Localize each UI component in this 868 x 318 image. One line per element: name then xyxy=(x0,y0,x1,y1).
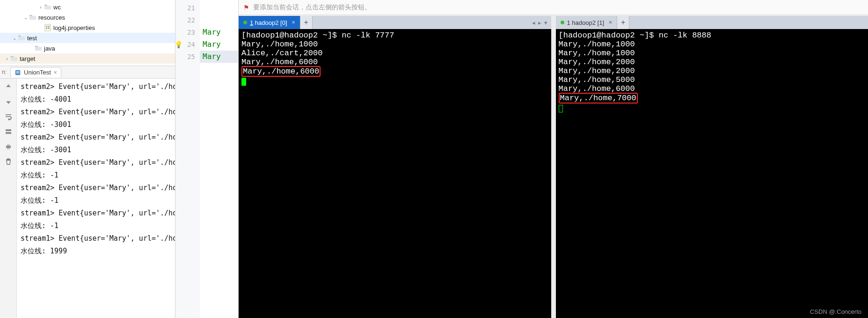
hint-bar: ⚑ 要添加当前会话，点击左侧的箭头按钮。 xyxy=(239,0,868,15)
trash-icon[interactable] xyxy=(3,156,14,167)
svg-rect-3 xyxy=(48,26,50,27)
tree-twisty-icon[interactable]: › xyxy=(37,5,44,10)
run-config-icon xyxy=(15,69,21,76)
arrow-up-icon[interactable] xyxy=(3,81,14,92)
terminal-row: 1 hadoop2 [0]×+◂▸▾[hadoop1@hadoop2 ~]$ n… xyxy=(239,15,868,318)
terminal-line-highlight: Mary,./home,7000 xyxy=(559,93,866,104)
project-tree[interactable]: ›wc⌄resourceslog4j.properties⌄testjava›t… xyxy=(0,0,175,66)
new-tab-button[interactable]: + xyxy=(300,16,313,29)
hint-text: 要添加当前会话，点击左侧的箭头按钮。 xyxy=(253,3,371,12)
gutter-line: 25 xyxy=(175,51,195,63)
terminal-pane: 1 hadoop2 [1]×+[hadoop1@hadoop2 ~]$ nc -… xyxy=(556,16,868,318)
svg-rect-10 xyxy=(6,146,11,148)
terminal-tab-label: 1 hadoop2 [0] xyxy=(250,19,287,26)
tree-item-label: wc xyxy=(53,4,61,11)
run-tab-label: UnionTest xyxy=(24,69,51,76)
terminal-cursor-line xyxy=(241,77,548,86)
close-icon[interactable]: × xyxy=(54,69,57,76)
close-icon[interactable]: × xyxy=(292,19,295,26)
terminal-line: Mary,./home,1000 xyxy=(241,40,548,49)
svg-rect-6 xyxy=(16,71,20,72)
terminal-tab-label: 1 hadoop2 [1] xyxy=(567,19,605,26)
run-tab-strip: n: UnionTest × xyxy=(0,66,175,79)
gutter-line: 23 xyxy=(175,26,195,38)
svg-rect-9 xyxy=(6,132,11,134)
lightbulb-icon[interactable]: 💡 xyxy=(175,38,182,51)
terminal-line: Mary,./home,6000 xyxy=(241,58,548,67)
terminal-area: ⚑ 要添加当前会话，点击左侧的箭头按钮。 1 hadoop2 [0]×+◂▸▾[… xyxy=(239,0,868,318)
arrow-down-icon[interactable] xyxy=(3,96,14,107)
terminal-line: Mary,./home,1000 xyxy=(559,49,866,58)
console-toolbar xyxy=(0,79,17,318)
tree-item[interactable]: java xyxy=(0,43,175,53)
svg-rect-2 xyxy=(46,28,47,29)
editor-line[interactable]: Mary xyxy=(200,38,238,51)
editor-line[interactable]: Mary xyxy=(200,26,238,38)
terminal-line: Mary,./home,5000 xyxy=(559,75,866,84)
tree-item[interactable]: ⌄test xyxy=(0,33,175,43)
chevron-left-icon[interactable]: ◂ xyxy=(532,19,535,26)
tree-twisty-icon[interactable]: ⌄ xyxy=(22,15,29,20)
terminal-pane: 1 hadoop2 [0]×+◂▸▾[hadoop1@hadoop2 ~]$ n… xyxy=(239,16,551,318)
svg-rect-7 xyxy=(16,73,20,73)
folder-icon xyxy=(44,3,51,11)
folder-icon xyxy=(18,34,25,42)
terminal-tab-bar: 1 hadoop2 [1]×+ xyxy=(556,16,868,29)
terminal-line: [hadoop1@hadoop2 ~]$ nc -lk 7777 xyxy=(241,31,548,40)
terminal-tab-bar: 1 hadoop2 [0]×+◂▸▾ xyxy=(239,16,551,29)
tree-item[interactable]: log4j.properties xyxy=(0,22,175,33)
terminal-line: Mary,./home,2000 xyxy=(559,67,866,75)
svg-rect-8 xyxy=(6,129,11,131)
editor-sliver: 21222324💡25 MaryMaryMary xyxy=(175,0,239,318)
folder-icon xyxy=(10,55,18,62)
terminal-line: [hadoop1@hadoop2 ~]$ nc -lk 8888 xyxy=(559,31,866,40)
gutter-line: 22 xyxy=(175,14,195,26)
print-icon[interactable] xyxy=(3,141,14,152)
terminal-cursor-line xyxy=(559,104,866,112)
status-dot-icon xyxy=(243,21,247,24)
properties-file-icon xyxy=(44,24,51,31)
tree-item[interactable]: ›wc xyxy=(0,2,175,12)
status-dot-icon xyxy=(561,21,564,24)
run-tab[interactable]: UnionTest × xyxy=(10,67,61,77)
terminal-body[interactable]: [hadoop1@hadoop2 ~]$ nc -lk 7777Mary,./h… xyxy=(239,29,551,318)
chevron-right-icon[interactable]: ▸ xyxy=(538,19,541,26)
tree-item-label: log4j.properties xyxy=(53,24,95,31)
folder-icon xyxy=(29,14,36,21)
tree-twisty-icon[interactable]: ⌄ xyxy=(11,36,18,41)
tree-item-label: java xyxy=(44,45,55,52)
tree-item[interactable]: ⌄resources xyxy=(0,12,175,22)
terminal-cursor-icon xyxy=(559,105,563,112)
ide-left-panel: ›wc⌄resourceslog4j.properties⌄testjava›t… xyxy=(0,0,175,318)
svg-rect-1 xyxy=(46,26,47,27)
svg-rect-11 xyxy=(7,144,10,146)
editor-gutter: 21222324💡25 xyxy=(175,0,200,318)
gutter-line: 24💡 xyxy=(175,38,195,51)
flag-icon: ⚑ xyxy=(243,4,249,11)
terminal-line: Mary,./home,2000 xyxy=(559,58,866,67)
terminal-cursor-icon xyxy=(241,78,246,86)
tree-item[interactable]: ›target xyxy=(0,53,175,64)
terminal-line-highlight: Mary,./home,6000 xyxy=(241,67,548,77)
terminal-line: Mary,./home,6000 xyxy=(559,84,866,93)
run-prefix: n: xyxy=(2,69,7,75)
editor-line[interactable]: Mary xyxy=(200,51,238,63)
tree-item-label: resources xyxy=(38,14,65,21)
tab-nav: ◂▸▾ xyxy=(528,16,551,29)
folder-icon xyxy=(35,44,42,52)
gutter-line: 21 xyxy=(175,2,195,14)
terminal-tab[interactable]: 1 hadoop2 [0]× xyxy=(239,16,300,29)
chevron-down-icon[interactable]: ▾ xyxy=(544,19,547,26)
tree-item-label: target xyxy=(20,55,35,62)
wrap-icon[interactable] xyxy=(3,111,14,122)
terminal-line: Alice,./cart,2000 xyxy=(241,49,548,58)
new-tab-button[interactable]: + xyxy=(617,16,629,29)
terminal-tab[interactable]: 1 hadoop2 [1]× xyxy=(556,16,618,29)
console-wrap: stream2> Event{user='Mary', url='./home'… xyxy=(0,79,175,318)
console-output[interactable]: stream2> Event{user='Mary', url='./home'… xyxy=(17,79,175,318)
editor-text-sliver[interactable]: MaryMaryMary xyxy=(200,0,238,318)
tree-twisty-icon[interactable]: › xyxy=(4,56,10,61)
close-icon[interactable]: × xyxy=(609,19,612,26)
terminal-body[interactable]: [hadoop1@hadoop2 ~]$ nc -lk 8888Mary,./h… xyxy=(556,29,868,318)
layout-icon[interactable] xyxy=(3,126,14,137)
